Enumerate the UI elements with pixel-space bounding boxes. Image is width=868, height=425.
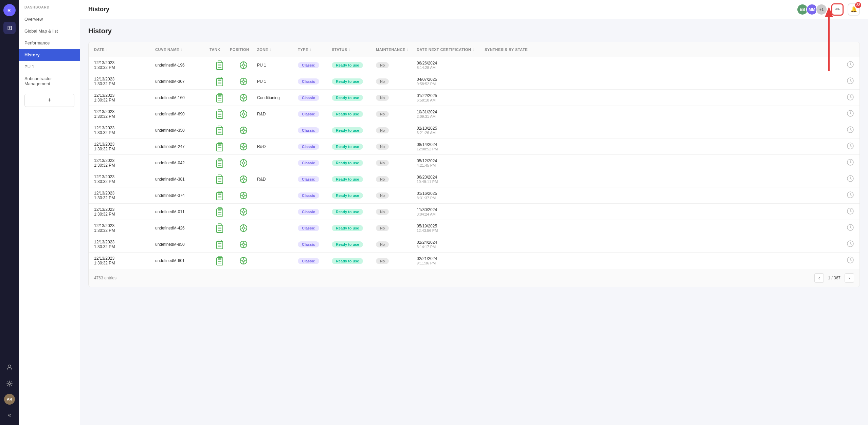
sidebar-item-history[interactable]: History	[19, 49, 80, 61]
position-svg-3	[239, 110, 248, 118]
cell-date-7: 12/13/2023 1:30:32 PM	[94, 174, 155, 184]
table-row[interactable]: 12/13/2023 1:30:32 PM undefinedM-850	[89, 236, 860, 253]
cell-maintenance-2: No	[376, 94, 417, 101]
sidebar-item-subcontractor[interactable]: Subcontractor Management	[19, 73, 80, 90]
cell-position-3	[230, 110, 257, 118]
notification-badge: 22	[855, 2, 861, 8]
settings-nav-icon[interactable]	[3, 377, 16, 390]
cell-synthesis-10	[485, 224, 854, 233]
svg-point-70	[242, 146, 245, 148]
cell-maintenance-8: No	[376, 192, 417, 199]
cell-type-2: Classic	[298, 94, 332, 101]
tank-svg-0	[215, 60, 224, 70]
col-header-position: POSITION	[230, 48, 257, 52]
svg-point-106	[242, 195, 245, 197]
cell-synthesis-1	[485, 77, 854, 86]
cell-cert-4: 02/13/2025 6:21:26 AM	[417, 126, 485, 135]
cell-maintenance-9: No	[376, 208, 417, 215]
table-row[interactable]: 12/13/2023 1:30:32 PM undefinedM-196	[89, 57, 860, 73]
cell-status-0: Ready to use	[332, 62, 376, 68]
user-avatar[interactable]: AR	[4, 394, 15, 405]
cell-status-7: Ready to use	[332, 176, 376, 182]
sort-icon-type: ↕	[310, 48, 312, 51]
sidebar-item-global-map[interactable]: Global Map & list	[19, 25, 80, 37]
table-row[interactable]: 12/13/2023 1:30:32 PM undefinedM-374	[89, 187, 860, 204]
col-header-date[interactable]: DATE ↕	[94, 48, 155, 52]
cell-type-8: Classic	[298, 192, 332, 199]
cell-synthesis-7	[485, 175, 854, 184]
cell-cuve-8: undefinedM-374	[155, 193, 210, 198]
edit-icon: ✏	[835, 6, 840, 13]
sidebar-item-pu1[interactable]: PU 1	[19, 61, 80, 73]
cell-date-8: 12/13/2023 1:30:32 PM	[94, 191, 155, 200]
cell-status-9: Ready to use	[332, 208, 376, 215]
table-row[interactable]: 12/13/2023 1:30:32 PM undefinedM-350	[89, 122, 860, 138]
cell-cuve-1: undefinedM-307	[155, 79, 210, 84]
notification-button[interactable]: 🔔 22	[848, 3, 860, 16]
prev-page-button[interactable]: ‹	[814, 273, 824, 283]
table-row[interactable]: 12/13/2023 1:30:32 PM undefinedM-426	[89, 220, 860, 236]
col-header-maintenance[interactable]: MAINTENANCE ↕	[376, 48, 417, 52]
cell-tank-2	[210, 93, 230, 103]
svg-point-2	[8, 365, 11, 368]
cell-synthesis-4	[485, 126, 854, 135]
col-header-zone[interactable]: ZONE ↕	[257, 48, 298, 52]
cell-cuve-3: undefinedM-690	[155, 112, 210, 116]
table-body: 12/13/2023 1:30:32 PM undefinedM-196	[89, 57, 860, 269]
cell-cuve-0: undefinedM-196	[155, 63, 210, 68]
tank-svg-12	[215, 256, 224, 266]
cell-position-1	[230, 77, 257, 86]
cell-tank-10	[210, 223, 230, 233]
cell-synthesis-11	[485, 240, 854, 249]
cell-cert-11: 02/24/2024 3:14:17 PM	[417, 240, 485, 249]
svg-text:R: R	[7, 8, 11, 13]
table-row[interactable]: 12/13/2023 1:30:32 PM undefinedM-381	[89, 171, 860, 187]
cell-date-12: 12/13/2023 1:30:32 PM	[94, 256, 155, 265]
sidebar-item-overview[interactable]: Overview	[19, 13, 80, 25]
avatar-group: EB MM +1	[797, 4, 827, 15]
add-sidebar-button[interactable]: +	[24, 94, 74, 107]
sort-icon-cert: ↕	[472, 48, 474, 51]
sort-icon-status: ↕	[348, 48, 350, 51]
dashboard-nav-icon[interactable]: ⊞	[3, 22, 16, 34]
table-header: DATE ↕ CUVE NAME ↕ TANK POSITION ZONE ↕	[89, 42, 860, 57]
table-row[interactable]: 12/13/2023 1:30:32 PM undefinedM-690	[89, 106, 860, 122]
table-row[interactable]: 12/13/2023 1:30:32 PM undefinedM-011	[89, 204, 860, 220]
cell-type-12: Classic	[298, 258, 332, 264]
col-header-cuve[interactable]: CUVE NAME ↕	[155, 48, 210, 52]
cell-cert-7: 06/23/2024 10:49:11 PM	[417, 175, 485, 184]
icon-sidebar: R ⊞ AR «	[0, 0, 19, 425]
cell-zone-3: R&D	[257, 112, 298, 116]
cell-synthesis-2	[485, 93, 854, 102]
next-page-button[interactable]: ›	[845, 273, 854, 283]
content-area: History EB MM +1 ✏ 🔔 22 History DATE	[80, 0, 868, 425]
cell-tank-1	[210, 76, 230, 87]
table-row[interactable]: 12/13/2023 1:30:32 PM undefinedM-247	[89, 138, 860, 155]
table-row[interactable]: 12/13/2023 1:30:32 PM undefinedM-042	[89, 155, 860, 171]
cell-cert-5: 08/14/2024 12:08:52 PM	[417, 142, 485, 151]
edit-button[interactable]: ✏	[831, 3, 844, 16]
cell-cuve-2: undefinedM-160	[155, 95, 210, 100]
tank-svg-11	[215, 239, 224, 250]
profile-nav-icon[interactable]	[3, 361, 16, 373]
table-row[interactable]: 12/13/2023 1:30:32 PM undefinedM-601	[89, 253, 860, 269]
app-logo[interactable]: R	[3, 4, 16, 16]
col-header-status[interactable]: STATUS ↕	[332, 48, 376, 52]
col-header-type[interactable]: TYPE ↕	[298, 48, 332, 52]
cell-zone-7: R&D	[257, 177, 298, 182]
collapse-icon[interactable]: «	[3, 409, 16, 421]
cell-synthesis-8	[485, 191, 854, 200]
cell-cuve-5: undefinedM-247	[155, 144, 210, 149]
cell-cert-2: 01/22/2025 6:58:10 AM	[417, 93, 485, 102]
avatar-plus[interactable]: +1	[816, 4, 827, 15]
col-header-cert[interactable]: DATE NEXT CERTIFICATION ↕	[417, 48, 485, 52]
sidebar-item-performance[interactable]: Performance	[19, 37, 80, 49]
cell-status-11: Ready to use	[332, 241, 376, 247]
main-sidebar: DASHBOARD Overview Global Map & list Per…	[19, 0, 80, 425]
svg-point-94	[242, 178, 245, 180]
table-row[interactable]: 12/13/2023 1:30:32 PM undefinedM-160	[89, 90, 860, 106]
cell-maintenance-0: No	[376, 62, 417, 68]
cell-tank-3	[210, 109, 230, 119]
tank-svg-7	[215, 174, 224, 184]
table-row[interactable]: 12/13/2023 1:30:32 PM undefinedM-307	[89, 73, 860, 90]
